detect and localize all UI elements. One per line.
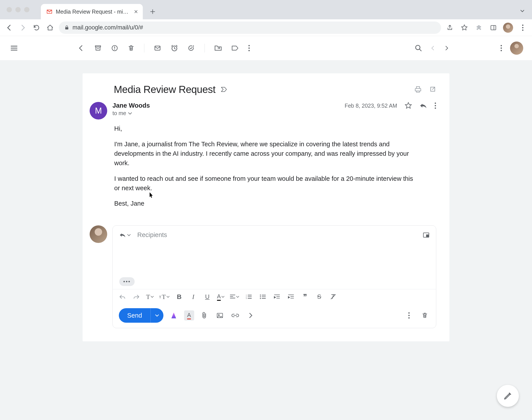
popout-compose-icon[interactable] — [423, 232, 429, 238]
formatting-toolbar: T тT B I U A 123 ❞ S — [113, 289, 436, 304]
back-button[interactable] — [4, 23, 14, 32]
svg-point-20 — [435, 105, 436, 106]
share-icon[interactable] — [445, 23, 455, 32]
content-area: Media Review Request M Jane Woods to m — [0, 60, 532, 420]
star-icon[interactable] — [405, 102, 412, 109]
open-new-window-icon[interactable] — [429, 86, 436, 93]
remove-formatting-icon[interactable] — [329, 292, 338, 301]
svg-point-19 — [435, 103, 436, 104]
gmail-favicon-icon — [46, 8, 53, 15]
indent-more-icon[interactable] — [287, 292, 296, 301]
email-subject: Media Review Request — [114, 83, 216, 95]
recipients-field[interactable]: Recipients — [137, 231, 167, 239]
svg-point-16 — [501, 45, 502, 46]
font-size-icon[interactable]: тT — [159, 292, 170, 301]
underline-icon[interactable]: U — [203, 292, 212, 301]
compose-more-options-icon[interactable] — [404, 310, 414, 320]
font-family-icon[interactable]: T — [146, 292, 154, 301]
traffic-light-maximize[interactable] — [24, 7, 30, 12]
svg-rect-6 — [95, 46, 101, 47]
lock-icon — [64, 25, 69, 30]
move-to-icon[interactable] — [214, 45, 222, 51]
snooze-icon[interactable] — [171, 44, 178, 52]
settings-menu-icon[interactable] — [500, 45, 502, 51]
sender-name: Jane Woods — [112, 102, 339, 109]
svg-point-31 — [218, 314, 219, 315]
home-button[interactable] — [45, 23, 55, 32]
main-menu-icon[interactable] — [9, 43, 19, 53]
browser-profile-avatar[interactable] — [503, 23, 513, 33]
svg-point-12 — [249, 45, 250, 46]
message-more-icon[interactable] — [434, 102, 436, 109]
add-to-tasks-icon[interactable] — [188, 45, 195, 52]
bookmark-star-icon[interactable] — [459, 23, 469, 32]
send-label[interactable]: Send — [119, 308, 150, 323]
insert-link-icon[interactable] — [230, 310, 240, 320]
my-avatar[interactable] — [90, 225, 107, 243]
archive-icon[interactable] — [94, 45, 102, 52]
close-tab-icon[interactable] — [133, 9, 138, 14]
traffic-light-minimize[interactable] — [15, 7, 21, 12]
discard-draft-icon[interactable] — [420, 310, 430, 320]
undo-icon[interactable] — [118, 292, 127, 301]
reload-button[interactable] — [32, 23, 41, 32]
italic-icon[interactable]: I — [189, 292, 198, 301]
print-icon[interactable] — [414, 86, 422, 93]
compose-body[interactable]: ••• — [113, 244, 436, 289]
labels-icon[interactable] — [232, 45, 238, 51]
bold-icon[interactable]: B — [175, 292, 184, 301]
mouse-cursor-icon — [149, 192, 154, 198]
mark-unread-icon[interactable] — [154, 45, 161, 52]
delete-icon[interactable] — [128, 45, 134, 52]
extensions-icon[interactable] — [474, 23, 484, 32]
important-marker-icon[interactable] — [221, 86, 227, 92]
show-details-icon[interactable] — [128, 112, 132, 115]
email-timestamp: Feb 8, 2023, 9:52 AM — [345, 103, 397, 109]
strikethrough-icon[interactable]: S — [315, 292, 324, 301]
account-avatar[interactable] — [510, 42, 523, 55]
indent-less-icon[interactable] — [273, 292, 281, 301]
svg-point-18 — [501, 50, 502, 51]
text-color-icon[interactable]: A — [217, 292, 224, 301]
compose-actions-row: Send A — [113, 304, 436, 328]
insert-image-icon[interactable] — [215, 310, 225, 320]
svg-point-17 — [501, 47, 502, 49]
show-trimmed-button[interactable]: ••• — [119, 277, 135, 286]
quote-icon[interactable]: ❞ — [301, 292, 310, 301]
send-options-icon[interactable] — [150, 308, 163, 323]
prev-message-icon[interactable] — [430, 45, 436, 51]
toolbar-separator — [144, 44, 144, 53]
svg-point-3 — [522, 24, 523, 26]
svg-point-27 — [260, 295, 261, 296]
spam-icon[interactable] — [111, 45, 118, 52]
more-actions-icon[interactable] — [248, 45, 250, 51]
send-button[interactable]: Send — [119, 308, 163, 323]
numbered-list-icon[interactable]: 123 — [244, 292, 253, 301]
browser-menu-icon[interactable] — [518, 23, 528, 32]
ai-compose-icon[interactable] — [169, 310, 179, 320]
formatting-options-icon[interactable]: A — [184, 310, 194, 320]
reply-icon[interactable] — [420, 102, 427, 109]
next-message-icon[interactable] — [444, 45, 449, 51]
more-compose-icon[interactable] — [246, 310, 256, 320]
new-tab-button[interactable] — [147, 6, 158, 17]
tabs-dropdown-icon[interactable] — [519, 8, 525, 14]
sender-avatar[interactable]: M — [90, 102, 107, 120]
attach-file-icon[interactable] — [199, 310, 209, 320]
svg-point-21 — [435, 107, 436, 109]
address-bar[interactable]: mail.google.com/mail/u/0/# — [59, 22, 441, 34]
svg-point-28 — [260, 296, 261, 298]
bulleted-list-icon[interactable] — [259, 292, 267, 301]
traffic-light-close[interactable] — [7, 7, 12, 12]
reply-type-button[interactable] — [119, 232, 131, 238]
search-icon[interactable] — [415, 44, 422, 52]
align-icon[interactable] — [230, 292, 239, 301]
compose-fab[interactable] — [497, 385, 519, 407]
back-to-inbox-icon[interactable] — [77, 44, 85, 52]
browser-tab-active[interactable]: Media Review Request - micha — [41, 4, 143, 19]
forward-button[interactable] — [18, 23, 28, 32]
side-panel-icon[interactable] — [488, 23, 498, 32]
redo-icon[interactable] — [132, 292, 141, 301]
svg-point-14 — [249, 50, 250, 51]
svg-point-32 — [408, 312, 410, 314]
